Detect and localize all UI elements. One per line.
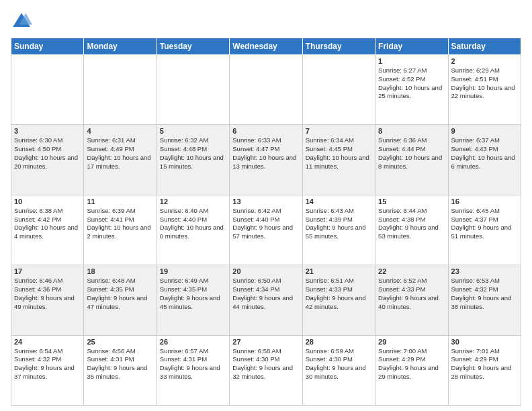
- day-info: Daylight: 9 hours and 35 minutes.: [87, 364, 153, 381]
- calendar-cell: 8Sunrise: 6:36 AMSunset: 4:44 PMDaylight…: [375, 125, 448, 195]
- day-number: 30: [451, 338, 518, 346]
- day-info: Sunset: 4:31 PM: [160, 355, 226, 364]
- calendar-cell: 3Sunrise: 6:30 AMSunset: 4:50 PMDaylight…: [11, 125, 84, 195]
- calendar-cell: [230, 55, 302, 125]
- day-info: Daylight: 9 hours and 47 minutes.: [87, 294, 153, 312]
- day-info: Daylight: 10 hours and 4 minutes.: [14, 224, 81, 241]
- day-header-sunday: Sunday: [11, 38, 84, 55]
- calendar-cell: 22Sunrise: 6:52 AMSunset: 4:33 PMDayligh…: [375, 265, 448, 335]
- calendar-cell: 27Sunrise: 6:58 AMSunset: 4:30 PMDayligh…: [230, 335, 302, 405]
- day-info: Sunset: 4:29 PM: [451, 355, 518, 364]
- day-info: Sunrise: 6:38 AM: [14, 207, 81, 216]
- calendar-cell: [84, 55, 157, 125]
- day-info: Daylight: 10 hours and 15 minutes.: [160, 154, 226, 171]
- week-row-1: 3Sunrise: 6:30 AMSunset: 4:50 PMDaylight…: [11, 125, 521, 195]
- day-number: 7: [306, 127, 372, 135]
- day-header-monday: Monday: [84, 38, 157, 55]
- day-info: Daylight: 10 hours and 0 minutes.: [160, 224, 226, 241]
- day-info: Sunset: 4:33 PM: [306, 285, 372, 294]
- day-number: 5: [160, 127, 226, 135]
- day-info: Daylight: 9 hours and 51 minutes.: [451, 224, 518, 241]
- day-info: Sunset: 4:32 PM: [14, 355, 81, 364]
- day-info: Sunrise: 6:44 AM: [378, 207, 445, 216]
- day-info: Sunrise: 6:50 AM: [232, 277, 299, 285]
- day-info: Sunrise: 6:56 AM: [87, 347, 153, 356]
- calendar-cell: 30Sunrise: 7:01 AMSunset: 4:29 PMDayligh…: [448, 335, 521, 405]
- day-info: Daylight: 9 hours and 30 minutes.: [306, 364, 372, 381]
- week-row-4: 24Sunrise: 6:54 AMSunset: 4:32 PMDayligh…: [11, 335, 521, 405]
- day-info: Sunrise: 6:57 AM: [160, 347, 226, 356]
- calendar-cell: 11Sunrise: 6:39 AMSunset: 4:41 PMDayligh…: [84, 195, 157, 265]
- day-info: Sunset: 4:48 PM: [160, 145, 226, 154]
- calendar-cell: 17Sunrise: 6:46 AMSunset: 4:36 PMDayligh…: [11, 265, 84, 335]
- day-info: Sunset: 4:50 PM: [14, 145, 81, 154]
- day-info: Daylight: 10 hours and 22 minutes.: [451, 84, 518, 101]
- day-info: Sunrise: 6:40 AM: [160, 207, 226, 216]
- day-number: 2: [451, 57, 518, 65]
- day-info: Sunset: 4:47 PM: [232, 145, 299, 154]
- header-row: SundayMondayTuesdayWednesdayThursdayFrid…: [11, 38, 521, 55]
- calendar-cell: 13Sunrise: 6:42 AMSunset: 4:40 PMDayligh…: [230, 195, 302, 265]
- day-info: Sunrise: 6:39 AM: [87, 207, 153, 216]
- week-row-0: 1Sunrise: 6:27 AMSunset: 4:52 PMDaylight…: [11, 55, 521, 125]
- day-header-friday: Friday: [375, 38, 448, 55]
- day-info: Daylight: 9 hours and 49 minutes.: [14, 294, 81, 312]
- day-info: Sunset: 4:30 PM: [306, 355, 372, 364]
- day-number: 13: [232, 197, 299, 205]
- day-number: 8: [378, 127, 445, 135]
- day-info: Daylight: 9 hours and 42 minutes.: [306, 294, 372, 312]
- calendar-cell: [11, 55, 84, 125]
- day-number: 21: [306, 267, 372, 275]
- calendar: SundayMondayTuesdayWednesdayThursdayFrid…: [11, 38, 521, 406]
- day-header-saturday: Saturday: [448, 38, 521, 55]
- day-number: 18: [87, 267, 153, 275]
- day-number: 3: [14, 127, 81, 135]
- day-number: 10: [14, 197, 81, 205]
- day-number: 9: [451, 127, 518, 135]
- day-info: Daylight: 9 hours and 33 minutes.: [160, 364, 226, 381]
- day-number: 23: [451, 267, 518, 275]
- day-info: Sunset: 4:40 PM: [232, 216, 299, 224]
- calendar-cell: 1Sunrise: 6:27 AMSunset: 4:52 PMDaylight…: [375, 55, 448, 125]
- calendar-cell: 10Sunrise: 6:38 AMSunset: 4:42 PMDayligh…: [11, 195, 84, 265]
- calendar-cell: 29Sunrise: 7:00 AMSunset: 4:29 PMDayligh…: [375, 335, 448, 405]
- day-header-tuesday: Tuesday: [157, 38, 229, 55]
- day-info: Daylight: 10 hours and 6 minutes.: [451, 154, 518, 171]
- day-info: Daylight: 10 hours and 20 minutes.: [14, 154, 81, 171]
- day-info: Daylight: 9 hours and 29 minutes.: [378, 364, 445, 381]
- day-info: Daylight: 9 hours and 57 minutes.: [232, 224, 299, 241]
- day-number: 25: [87, 338, 153, 346]
- calendar-cell: 20Sunrise: 6:50 AMSunset: 4:34 PMDayligh…: [230, 265, 302, 335]
- day-info: Sunset: 4:37 PM: [451, 216, 518, 224]
- day-number: 16: [451, 197, 518, 205]
- calendar-cell: 14Sunrise: 6:43 AMSunset: 4:39 PMDayligh…: [302, 195, 375, 265]
- calendar-cell: 28Sunrise: 6:59 AMSunset: 4:30 PMDayligh…: [302, 335, 375, 405]
- calendar-cell: 2Sunrise: 6:29 AMSunset: 4:51 PMDaylight…: [448, 55, 521, 125]
- day-info: Daylight: 10 hours and 13 minutes.: [232, 154, 299, 171]
- day-info: Daylight: 9 hours and 55 minutes.: [306, 224, 372, 241]
- day-number: 20: [232, 267, 299, 275]
- day-header-wednesday: Wednesday: [230, 38, 302, 55]
- calendar-cell: 26Sunrise: 6:57 AMSunset: 4:31 PMDayligh…: [157, 335, 229, 405]
- day-info: Sunset: 4:44 PM: [378, 145, 445, 154]
- calendar-cell: 7Sunrise: 6:34 AMSunset: 4:45 PMDaylight…: [302, 125, 375, 195]
- calendar-cell: 15Sunrise: 6:44 AMSunset: 4:38 PMDayligh…: [375, 195, 448, 265]
- day-info: Sunrise: 6:37 AM: [451, 136, 518, 145]
- day-info: Daylight: 9 hours and 38 minutes.: [451, 294, 518, 312]
- logo-icon: [11, 11, 32, 32]
- day-info: Sunrise: 6:29 AM: [451, 66, 518, 75]
- day-number: 11: [87, 197, 153, 205]
- header: [11, 11, 521, 32]
- calendar-cell: 6Sunrise: 6:33 AMSunset: 4:47 PMDaylight…: [230, 125, 302, 195]
- day-info: Sunrise: 6:36 AM: [378, 136, 445, 145]
- day-info: Sunset: 4:34 PM: [232, 285, 299, 294]
- day-info: Daylight: 9 hours and 28 minutes.: [451, 364, 518, 381]
- day-info: Sunset: 4:31 PM: [87, 355, 153, 364]
- calendar-cell: [302, 55, 375, 125]
- day-info: Sunrise: 6:58 AM: [232, 347, 299, 356]
- day-info: Sunset: 4:40 PM: [160, 216, 226, 224]
- day-number: 15: [378, 197, 445, 205]
- calendar-cell: 16Sunrise: 6:45 AMSunset: 4:37 PMDayligh…: [448, 195, 521, 265]
- day-info: Sunrise: 6:34 AM: [306, 136, 372, 145]
- day-info: Daylight: 9 hours and 40 minutes.: [378, 294, 445, 312]
